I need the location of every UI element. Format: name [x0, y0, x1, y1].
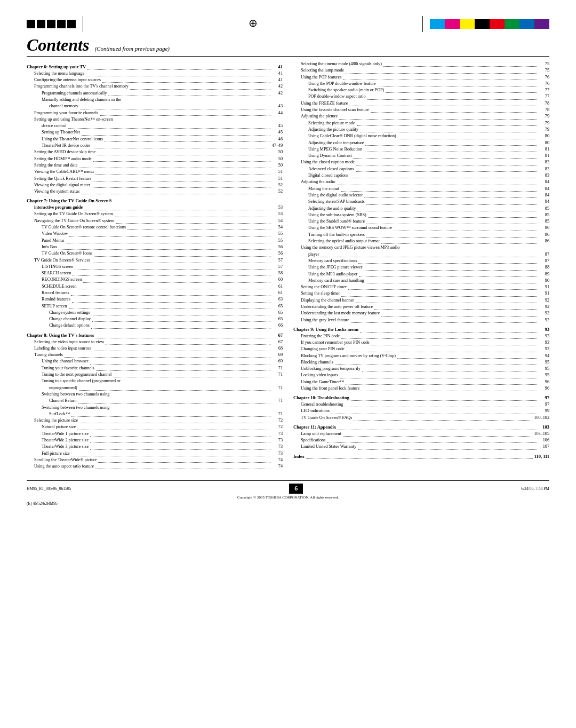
magenta-square — [445, 19, 460, 29]
entry-page: 103 — [539, 424, 549, 431]
entry-text: TheaterNet IR device codes — [42, 143, 90, 149]
entry-dots — [86, 70, 270, 76]
entry-text: Adjusting the audio — [301, 179, 335, 185]
toc-entry: unprogrammed)71 — [27, 385, 283, 391]
entry-dots — [90, 437, 270, 443]
entry-text: Setting the Quick Restart feature — [34, 176, 91, 182]
entry-text: Programming channels automatically — [42, 90, 107, 97]
entry-page: 76 — [539, 74, 549, 81]
purple-square — [534, 19, 549, 29]
entry-text: channel memory — [49, 103, 78, 109]
entry-dots — [81, 188, 270, 194]
entry-page: 78 — [539, 100, 549, 107]
entry-text: LED indications — [301, 408, 330, 414]
entry-page: 65 — [272, 310, 283, 316]
entry-page: 57 — [272, 264, 283, 270]
entry-dots — [394, 224, 537, 231]
entry-text: Using the closed caption mode — [301, 159, 355, 165]
page-container: ⊕ Contents (Continued from previous page… — [0, 0, 576, 728]
entry-page: 71 — [272, 385, 283, 391]
entry-page: 67 — [272, 339, 283, 345]
entry-dots — [366, 231, 537, 238]
entry-page: 97 — [539, 394, 549, 401]
top-decoration: ⊕ — [27, 16, 549, 32]
black-square — [37, 20, 45, 28]
entry-dots — [306, 453, 533, 460]
black-square — [67, 20, 76, 28]
toc-entry: Using the auto aspect ratio feature74 — [27, 463, 283, 470]
entry-page: 73 — [272, 431, 283, 437]
entry-page: 83 — [539, 172, 549, 179]
entry-dots — [130, 83, 270, 89]
entry-dots — [351, 316, 537, 323]
entry-page: 81 — [539, 146, 549, 153]
entry-dots — [95, 331, 270, 338]
entry-text: Setting the ON/OFF timer — [301, 284, 347, 290]
entry-page: 92 — [539, 304, 549, 310]
entry-dots — [356, 297, 537, 303]
chapter-title: Chapter 10: Troubleshooting — [293, 394, 349, 401]
entry-page: 69 — [272, 358, 283, 365]
entry-text: Change channel display — [49, 316, 91, 322]
entry-dots — [335, 359, 537, 365]
toc-entry: Change default options66 — [27, 322, 283, 329]
entry-page: 87 — [539, 251, 549, 258]
entry-dots — [92, 315, 270, 322]
entry-dots — [339, 113, 537, 119]
entry-page: 54 — [272, 218, 283, 224]
entry-dots — [83, 276, 270, 282]
entry-page: 43 — [272, 103, 283, 109]
entry-dots — [84, 204, 270, 210]
toc-entry: Using the front panel lock feature96 — [293, 385, 549, 392]
entry-page: 80 — [539, 133, 549, 139]
entry-dots — [90, 430, 270, 437]
toc-columns: Chapter 6: Setting up your TV41Selecting… — [27, 61, 549, 470]
entry-dots — [354, 414, 532, 421]
entry-text: Setting up TheaterNet — [42, 129, 80, 136]
entry-dots — [348, 283, 537, 290]
entry-page: 68 — [272, 345, 283, 352]
entry-dots — [381, 238, 537, 244]
entry-page: 85 — [539, 218, 549, 225]
entry-dots — [92, 309, 270, 315]
entry-dots — [338, 423, 537, 430]
entry-page: 93 — [539, 339, 549, 346]
entry-dots — [386, 86, 537, 93]
entry-page: 63 — [272, 296, 283, 303]
entry-page: 67 — [272, 332, 283, 339]
entry-text: Turning off the built-in speakers — [308, 232, 365, 238]
entry-dots — [362, 365, 537, 371]
entry-dots — [71, 410, 270, 417]
entry-text: Using the POP double-window feature — [308, 81, 376, 87]
entry-page: 79 — [539, 120, 549, 126]
entry-dots — [79, 384, 270, 391]
entry-page: 54 — [272, 224, 283, 231]
entry-page: 58 — [272, 270, 283, 276]
entry-text: Using the StableSound® feature — [308, 218, 365, 225]
entry-page: 110, 111 — [534, 453, 549, 460]
entry-page: 95 — [539, 359, 549, 366]
chapter-title: Chapter 6: Setting up your TV — [27, 64, 86, 70]
entry-page: 65 — [272, 316, 283, 322]
entry-page: 86 — [539, 238, 549, 244]
entry-text: SETUP screen — [42, 303, 67, 310]
entry-text: SurfLock™ — [49, 411, 70, 417]
footer-copyright: Copyright © 2005 TOSHIBA CORPORATION. Al… — [27, 495, 549, 500]
entry-dots — [100, 109, 270, 116]
entry-page: 53 — [272, 204, 283, 211]
entry-page: 93 — [539, 333, 549, 339]
entry-text: unprogrammed) — [49, 385, 77, 391]
entry-page: 97 — [539, 401, 549, 408]
entry-dots — [340, 371, 537, 378]
entry-dots — [94, 250, 270, 256]
entry-dots — [358, 443, 537, 449]
entry-text: Selecting the lamp mode — [301, 67, 344, 74]
entry-dots — [90, 443, 270, 449]
entry-page: 42 — [272, 90, 283, 97]
entry-page: 71 — [272, 398, 283, 404]
entry-text: RECORDINGS screen — [42, 276, 82, 283]
entry-dots — [79, 417, 270, 423]
entry-page: 51 — [272, 176, 283, 182]
entry-text: Programming your favorite channels — [34, 110, 98, 116]
entry-page: 84 — [539, 199, 549, 205]
